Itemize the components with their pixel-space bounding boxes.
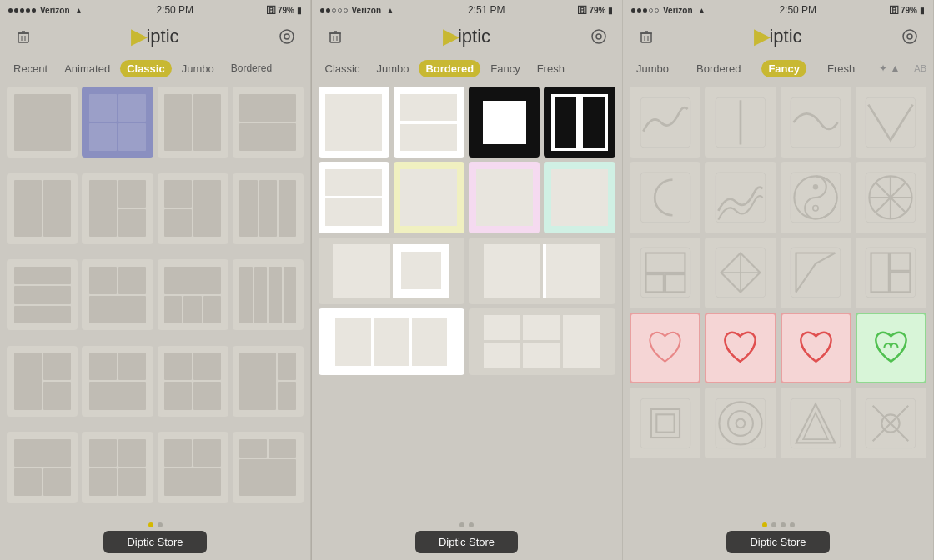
trash-icon-2[interactable] — [324, 25, 347, 48]
f-cell-2-4[interactable] — [856, 162, 926, 232]
tab3-fresh[interactable]: Fresh — [821, 60, 861, 78]
f-cell-3-4[interactable] — [856, 238, 926, 308]
svg-point-12 — [596, 34, 601, 39]
bottom-area-3: Diptic Store — [623, 519, 933, 560]
tab3-bordered[interactable]: Bordered — [690, 60, 747, 78]
settings-icon-2[interactable] — [587, 25, 610, 48]
dot3-4e — [649, 8, 653, 12]
grid-cell-2-4[interactable] — [233, 173, 304, 244]
bluetooth-icon-3: 🄱 — [890, 6, 898, 15]
tab3-fancy[interactable]: Fancy — [761, 60, 806, 78]
f-cell-2-3[interactable] — [781, 162, 851, 232]
grid-cell-4-4[interactable] — [233, 346, 304, 417]
trash-icon-3[interactable] — [635, 25, 658, 48]
b-cell-2-2[interactable] — [394, 162, 464, 232]
b-cell-1-2[interactable] — [394, 87, 464, 158]
settings-icon-1[interactable] — [275, 25, 299, 48]
grid-cell-2-1[interactable] — [7, 173, 78, 244]
svg-rect-52 — [640, 398, 690, 448]
tab-bar-3: Jumbo Bordered Fancy Fresh ✦ ▲ AB — [623, 55, 933, 82]
b-cell-1-1[interactable] — [319, 87, 389, 158]
tab-classic[interactable]: Classic — [120, 60, 172, 78]
tab2-fresh[interactable]: Fresh — [530, 60, 571, 78]
grid-cell-3-1[interactable] — [7, 259, 78, 330]
tab2-bordered[interactable]: Bordered — [419, 60, 480, 78]
f-cell-3-2[interactable] — [705, 238, 776, 308]
b-cell-1-3[interactable] — [469, 87, 540, 158]
b-cell-4-2[interactable] — [469, 308, 615, 375]
grid-cell-3-2[interactable] — [82, 259, 153, 330]
b-cell-4-1[interactable] — [319, 308, 465, 375]
svg-point-20 — [903, 30, 916, 43]
grid-cell-5-1[interactable] — [7, 432, 78, 502]
tab2-jumbo[interactable]: Jumbo — [369, 60, 415, 78]
f-cell-1-4[interactable] — [856, 87, 926, 158]
f-cell-4-3[interactable] — [781, 312, 851, 383]
svg-rect-47 — [891, 253, 910, 271]
grid-cell-1-3[interactable] — [158, 87, 228, 158]
logo-d-icon-2: ▶ — [443, 25, 458, 48]
svg-rect-23 — [791, 98, 841, 148]
b-cell-2-1[interactable] — [319, 162, 389, 232]
page-dots-1 — [148, 522, 163, 528]
f-cell-3-1[interactable] — [630, 238, 700, 308]
grid-cell-4-3[interactable] — [158, 346, 228, 417]
grid-cell-5-2[interactable] — [82, 432, 153, 502]
f-cell-4-2[interactable] — [705, 312, 776, 383]
status-right-1: 🄱 79% ▮ — [267, 6, 302, 15]
settings-icon-3[interactable] — [898, 25, 921, 48]
tab-recent[interactable]: Recent — [7, 60, 54, 78]
battery-label-2: 79% — [589, 6, 605, 15]
f-cell-1-3[interactable] — [781, 87, 851, 158]
tab2-fancy[interactable]: Fancy — [484, 60, 526, 78]
dot3-2 — [637, 8, 641, 12]
b-cell-2-4[interactable] — [544, 162, 615, 232]
grid-cell-1-1[interactable] — [7, 87, 78, 158]
dot3 — [20, 8, 24, 12]
f-cell-3-3[interactable] — [781, 238, 851, 308]
signal-dots-1 — [8, 8, 36, 12]
f-cell-4-1[interactable] — [630, 312, 700, 383]
svg-rect-56 — [716, 398, 766, 448]
f-cell-5-4[interactable] — [856, 388, 926, 458]
grid-cell-1-4[interactable] — [233, 87, 304, 158]
store-button-3[interactable]: Diptic Store — [726, 531, 829, 553]
battery-icon-2: ▮ — [608, 6, 613, 15]
tab2-classic[interactable]: Classic — [319, 60, 367, 78]
f-cell-5-2[interactable] — [705, 388, 776, 458]
grid-cell-5-4[interactable] — [233, 432, 304, 502]
trash-icon-1[interactable] — [12, 25, 35, 48]
grid-cell-2-2[interactable] — [82, 173, 153, 244]
svg-point-19 — [907, 34, 912, 39]
classic-grid — [0, 82, 310, 519]
tab-bordered[interactable]: Bordered — [224, 60, 279, 77]
grid-cell-2-3[interactable] — [158, 173, 228, 244]
f-cell-5-3[interactable] — [781, 388, 851, 458]
f-cell-4-4[interactable] — [856, 312, 926, 383]
dot2-1 — [320, 8, 324, 12]
grid-cell-4-1[interactable] — [7, 346, 78, 417]
b-cell-2-3[interactable] — [469, 162, 540, 232]
f-cell-1-2[interactable] — [705, 87, 776, 158]
grid-cell-3-4[interactable] — [233, 259, 304, 330]
svg-rect-14 — [641, 33, 651, 42]
f-cell-2-1[interactable] — [630, 162, 700, 232]
store-button-1[interactable]: Diptic Store — [103, 531, 206, 553]
svg-rect-0 — [18, 33, 28, 42]
f-cell-2-2[interactable] — [705, 162, 776, 232]
b-cell-3-1[interactable] — [319, 238, 465, 304]
grid-cell-3-3[interactable] — [158, 259, 228, 330]
b-cell-1-4[interactable] — [544, 87, 615, 158]
b-cell-3-2[interactable] — [469, 238, 615, 304]
tab3-jumbo[interactable]: Jumbo — [630, 60, 675, 78]
f-cell-5-1[interactable] — [630, 388, 700, 458]
f-cell-1-1[interactable] — [630, 87, 700, 158]
grid-cell-5-3[interactable] — [158, 432, 228, 502]
store-button-2[interactable]: Diptic Store — [415, 531, 518, 553]
grid-cell-4-2[interactable] — [82, 346, 153, 417]
tab-jumbo[interactable]: Jumbo — [175, 60, 221, 78]
sort-icons[interactable]: ✦ ▲ — [879, 62, 900, 74]
grid-cell-1-2[interactable] — [82, 87, 153, 158]
tab-animated[interactable]: Animated — [58, 60, 117, 78]
dot2-3e — [332, 8, 336, 12]
